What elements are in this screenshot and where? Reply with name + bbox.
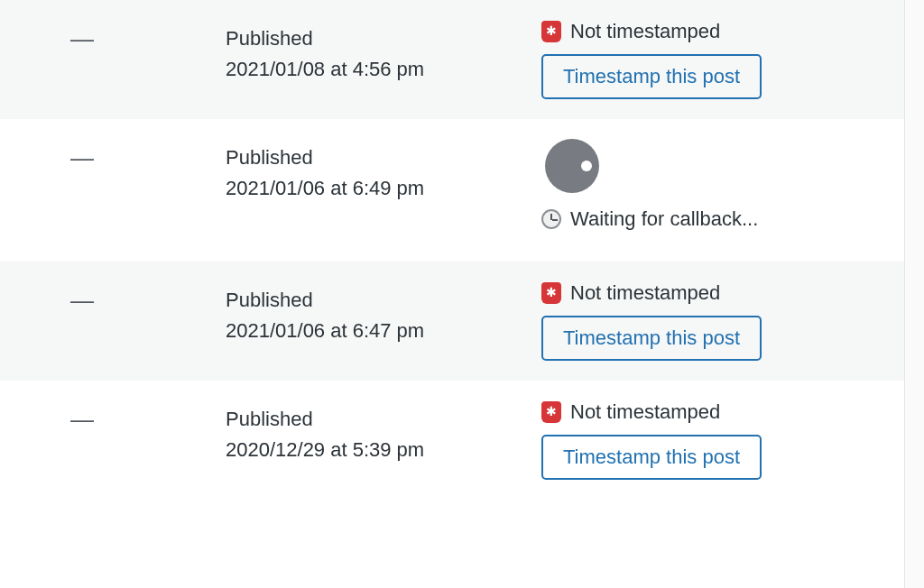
timestamp-status-line: Not timestamped	[541, 400, 850, 424]
timestamp-status-text: Not timestamped	[570, 20, 720, 43]
timestamp-button[interactable]: Timestamp this post	[541, 54, 762, 99]
title-cell: —	[0, 139, 226, 172]
title-cell: —	[0, 400, 226, 434]
timestamp-cell: Not timestamped Timestamp this post	[541, 281, 904, 361]
post-status: Published	[226, 285, 541, 316]
timestamp-button[interactable]: Timestamp this post	[541, 316, 762, 361]
post-date: 2021/01/06 at 6:49 pm	[226, 173, 541, 204]
post-status: Published	[226, 142, 541, 173]
title-cell: —	[0, 281, 226, 315]
timestamp-status-line: Not timestamped	[541, 20, 850, 43]
timestamp-status-text: Not timestamped	[570, 281, 720, 305]
post-status: Published	[226, 23, 541, 54]
vertical-scrollbar[interactable]	[904, 0, 924, 588]
timestamp-status-line: Waiting for callback...	[541, 207, 850, 231]
table-row: — Published 2020/12/29 at 5:39 pm Not ti…	[0, 381, 904, 500]
post-status: Published	[226, 404, 541, 435]
alert-badge-icon	[541, 21, 561, 42]
waiting-callback-text: Waiting for callback...	[570, 207, 758, 231]
date-cell: Published 2020/12/29 at 5:39 pm	[226, 400, 541, 465]
timestamp-status-line: Not timestamped	[541, 281, 850, 305]
title-cell: —	[0, 20, 226, 53]
date-cell: Published 2021/01/06 at 6:49 pm	[226, 139, 541, 204]
posts-table: — Published 2021/01/08 at 4:56 pm Not ti…	[0, 0, 904, 500]
table-row: — Published 2021/01/06 at 6:49 pm Waitin…	[0, 119, 904, 262]
spinner-icon	[545, 139, 599, 193]
date-cell: Published 2021/01/06 at 6:47 pm	[226, 281, 541, 346]
timestamp-cell: Not timestamped Timestamp this post	[541, 400, 904, 480]
timestamp-button[interactable]: Timestamp this post	[541, 435, 762, 480]
post-date: 2021/01/08 at 4:56 pm	[226, 54, 541, 85]
alert-badge-icon	[541, 401, 561, 423]
timestamp-cell: Not timestamped Timestamp this post	[541, 20, 904, 99]
timestamp-status-text: Not timestamped	[570, 400, 720, 424]
alert-badge-icon	[541, 282, 561, 304]
no-title-placeholder: —	[70, 144, 93, 171]
table-row: — Published 2021/01/06 at 6:47 pm Not ti…	[0, 262, 904, 381]
timestamp-cell: Waiting for callback...	[541, 139, 904, 242]
no-title-placeholder: —	[70, 25, 93, 52]
table-row: — Published 2021/01/08 at 4:56 pm Not ti…	[0, 0, 904, 119]
no-title-placeholder: —	[70, 406, 93, 433]
clock-icon	[541, 209, 561, 229]
post-date: 2020/12/29 at 5:39 pm	[226, 435, 541, 465]
date-cell: Published 2021/01/08 at 4:56 pm	[226, 20, 541, 85]
no-title-placeholder: —	[70, 287, 93, 314]
post-date: 2021/01/06 at 6:47 pm	[226, 316, 541, 346]
